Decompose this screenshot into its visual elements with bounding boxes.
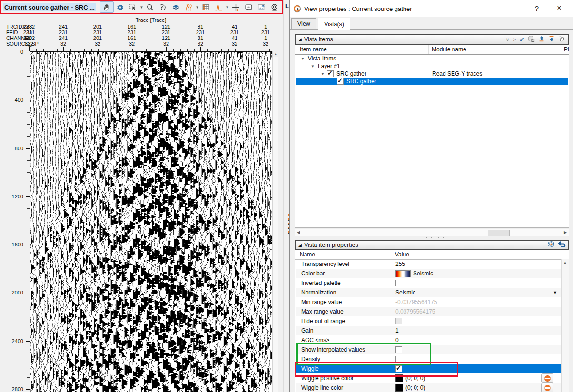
chevron-right-icon[interactable]: > bbox=[513, 36, 516, 43]
column-value[interactable]: Value bbox=[395, 251, 409, 258]
property-value[interactable] bbox=[395, 346, 402, 353]
property-value[interactable] bbox=[395, 365, 402, 372]
circled-zoom-icon[interactable] bbox=[268, 2, 281, 12]
property-value[interactable]: (0; 0; 0) bbox=[395, 384, 425, 392]
property-checkbox[interactable] bbox=[395, 365, 402, 372]
property-row-hide-out-of-range[interactable]: Hide out of range bbox=[296, 316, 562, 326]
column-item-name[interactable]: Item name bbox=[300, 46, 327, 53]
select-mode-icon[interactable] bbox=[127, 2, 139, 12]
vista-items-horizontal-scrollbar[interactable]: ◀ ▶ bbox=[295, 229, 569, 236]
property-value[interactable]: 255 bbox=[395, 261, 405, 267]
dropdown-arrow-icon[interactable]: ▼ bbox=[553, 290, 557, 295]
property-value[interactable]: (0; 0; 0) bbox=[395, 374, 425, 382]
seismic-vertical-scrollbar[interactable]: ▲ bbox=[272, 51, 278, 392]
property-row-gain[interactable]: Gain1 bbox=[296, 326, 562, 335]
scroll-up-icon[interactable]: ▲ bbox=[273, 51, 278, 57]
tree-item-layer-1[interactable]: ▼Layer #1 bbox=[296, 62, 568, 70]
property-row-normalization[interactable]: NormalizationSeismic▼ bbox=[296, 288, 562, 297]
help-button[interactable]: ? bbox=[527, 0, 546, 16]
annotation-comment-icon[interactable] bbox=[242, 2, 255, 12]
property-value[interactable]: Seismic bbox=[395, 270, 433, 277]
property-row-max-range-value[interactable]: Max range value0.03795564175 bbox=[296, 307, 562, 316]
trace-ruler bbox=[30, 45, 272, 51]
scroll-up-icon[interactable]: ▲ bbox=[562, 259, 569, 266]
column-pl[interactable]: Pl bbox=[564, 46, 569, 53]
tree-item-src-gather[interactable]: SRC gather bbox=[296, 78, 568, 85]
property-row-min-range-value[interactable]: Min range value-0.03795564175 bbox=[296, 297, 562, 307]
colorbar-swatch[interactable] bbox=[395, 270, 411, 277]
amplitude-spectrum-dropdown-caret[interactable]: ▼ bbox=[225, 2, 229, 12]
scroll-left-icon[interactable]: ◀ bbox=[295, 229, 302, 236]
property-row-agc-ms-[interactable]: AGC <ms>0 bbox=[296, 335, 562, 345]
layers-icon[interactable] bbox=[169, 2, 182, 12]
settings-gear-icon[interactable] bbox=[114, 2, 127, 12]
scroll-right-icon[interactable]: ▶ bbox=[562, 229, 569, 236]
color-swatch[interactable] bbox=[395, 384, 403, 392]
expander-triangle-icon[interactable]: ▼ bbox=[320, 72, 325, 76]
tree-item-src-gather[interactable]: ▼SRC gatherRead SEG-Y traces bbox=[296, 70, 568, 78]
property-row-inverted-palette[interactable]: Inverted palette bbox=[296, 278, 562, 288]
expander-triangle-icon[interactable]: ▼ bbox=[310, 64, 315, 69]
pan-hand-icon[interactable] bbox=[100, 1, 114, 13]
tree-item-checkbox[interactable] bbox=[337, 78, 344, 85]
vista-items-section-header[interactable]: ◢ Vista items ∨>✓ bbox=[295, 34, 569, 45]
remove-color-button[interactable] bbox=[541, 373, 553, 383]
database-save-icon[interactable] bbox=[528, 35, 535, 44]
crosshair-icon[interactable] bbox=[229, 2, 242, 12]
mouse-icon[interactable] bbox=[558, 35, 565, 44]
property-row-wiggle-line-color[interactable]: Wiggle line color(0; 0; 0) bbox=[296, 383, 562, 392]
tab-view[interactable]: View bbox=[291, 18, 316, 29]
time-tick-label: 2800 bbox=[12, 386, 23, 392]
property-value[interactable]: 1 bbox=[395, 327, 399, 334]
image-export-icon[interactable] bbox=[255, 2, 268, 12]
select-mode-dropdown-caret[interactable]: ▼ bbox=[139, 2, 144, 12]
property-value[interactable] bbox=[395, 318, 402, 324]
remove-color-button[interactable] bbox=[541, 383, 553, 392]
tab-vistas[interactable]: Vista(s) bbox=[318, 18, 350, 30]
seismic-plot[interactable] bbox=[30, 51, 272, 392]
zoom-magnifier-icon[interactable] bbox=[144, 2, 157, 12]
pick-tool-icon[interactable] bbox=[157, 2, 169, 12]
wiggle-display-dropdown-caret[interactable]: ▼ bbox=[195, 2, 199, 12]
property-checkbox[interactable] bbox=[395, 280, 402, 286]
column-module-name[interactable]: Module name bbox=[432, 46, 466, 53]
panel-splitter[interactable] bbox=[425, 237, 445, 239]
property-value[interactable]: 0.03795564175 bbox=[395, 308, 435, 315]
close-button[interactable]: × bbox=[550, 0, 569, 16]
check-icon[interactable]: ✓ bbox=[519, 36, 524, 43]
tree-item-checkbox[interactable] bbox=[327, 70, 334, 77]
property-row-show-interpolated-values[interactable]: Show interpolated values bbox=[296, 345, 562, 354]
column-name[interactable]: Name bbox=[300, 251, 315, 258]
color-swatch[interactable] bbox=[395, 374, 403, 382]
move-down-icon[interactable] bbox=[548, 35, 555, 44]
property-value[interactable]: Seismic bbox=[395, 289, 415, 296]
property-name: Wiggle bbox=[301, 365, 319, 372]
properties-column-header[interactable]: Name Value bbox=[295, 250, 569, 260]
property-value[interactable]: 0 bbox=[395, 337, 399, 343]
property-checkbox[interactable] bbox=[395, 356, 402, 363]
scrollbar-thumb[interactable] bbox=[488, 230, 510, 236]
property-row-density[interactable]: Density bbox=[296, 354, 562, 364]
property-row-wiggle-positive-color[interactable]: Wiggle positive color(0; 0; 0) bbox=[296, 373, 562, 383]
target-icon[interactable] bbox=[547, 240, 555, 249]
property-row-transparency-level[interactable]: Transparency level255 bbox=[296, 259, 562, 269]
seismic-wiggle-canvas[interactable] bbox=[30, 52, 272, 392]
chevron-down-icon[interactable]: ∨ bbox=[506, 36, 510, 43]
header-table-icon[interactable] bbox=[199, 2, 212, 12]
property-row-color-bar[interactable]: Color barSeismic bbox=[296, 269, 562, 278]
tree-item-vista-items[interactable]: ▼Vista Items bbox=[296, 55, 568, 62]
amplitude-spectrum-icon[interactable] bbox=[212, 2, 225, 12]
property-value[interactable]: -0.03795564175 bbox=[395, 299, 437, 305]
property-row-wiggle[interactable]: Wiggle bbox=[296, 364, 562, 373]
expander-triangle-icon[interactable]: ▼ bbox=[300, 57, 305, 61]
dialog-titlebar[interactable]: View properties : Current source gather … bbox=[290, 0, 573, 17]
wiggle-display-icon[interactable] bbox=[182, 2, 195, 12]
vista-item-properties-header[interactable]: ◢ Vista item properties bbox=[295, 240, 569, 250]
property-value[interactable] bbox=[395, 280, 402, 286]
undo-icon[interactable] bbox=[558, 240, 566, 249]
properties-vertical-scrollbar[interactable]: ▲ bbox=[561, 259, 569, 392]
move-up-icon[interactable] bbox=[538, 35, 545, 44]
vista-items-column-header[interactable]: Item name Module name Pl bbox=[295, 45, 569, 55]
property-value[interactable] bbox=[395, 356, 402, 363]
property-checkbox[interactable] bbox=[395, 346, 402, 353]
